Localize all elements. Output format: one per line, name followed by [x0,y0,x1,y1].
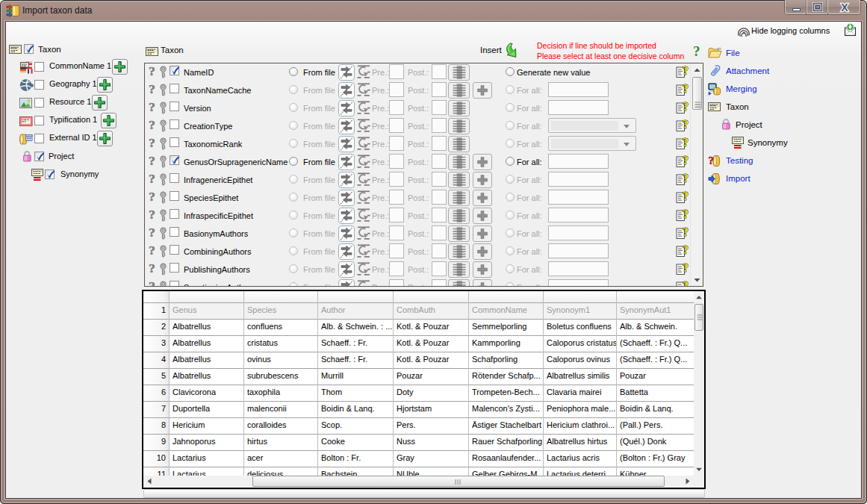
svg-text:?: ? [683,244,689,256]
svg-text:?: ? [683,280,689,287]
svg-text:?: ? [683,190,689,202]
svg-text:?: ? [683,65,689,77]
svg-text:?: ? [683,101,689,113]
svg-text:?: ? [683,226,689,238]
svg-text:?: ? [683,155,689,167]
svg-text:X: X [841,1,848,13]
svg-text:?: ? [683,83,689,95]
svg-text:?: ? [683,262,689,274]
svg-text:?: ? [709,155,715,167]
svg-text:?: ? [683,137,689,149]
svg-text:?: ? [683,119,689,131]
svg-text:?: ? [683,172,689,184]
svg-text:?: ? [683,208,689,220]
